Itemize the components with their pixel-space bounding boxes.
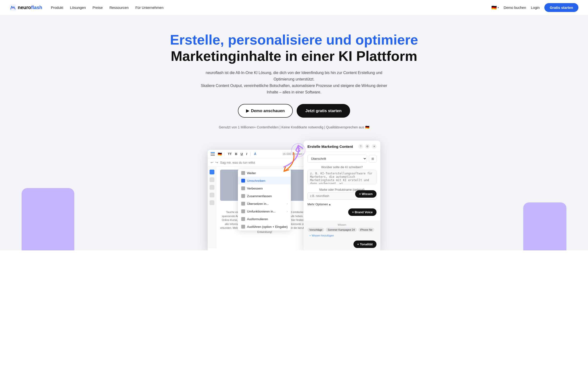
nav-right: Demo buchen Login Gratis starten bbox=[504, 3, 579, 12]
cta-button[interactable]: Gratis starten bbox=[544, 3, 579, 12]
hero-section: Erstelle, personalisiere und optimiere M… bbox=[0, 15, 588, 250]
verbessern-icon bbox=[241, 186, 245, 190]
char-counter: 16.000 Zeichen ▾ bbox=[283, 152, 304, 156]
uebersetzen-icon bbox=[241, 202, 245, 205]
textarea-row: Worüber sollte die KI schreiben? bbox=[307, 166, 377, 185]
right-panel: Erstelle Marketing Content ? ⚙ ✕ Übersch… bbox=[303, 141, 380, 250]
demo-button[interactable]: ▶ Demo anschauen bbox=[238, 104, 293, 118]
editor-panel: 🇩🇪 TT B U I Á 16.000 Zeichen ▾ + ↩ ↪ + bbox=[208, 150, 313, 250]
right-panel-title: Erstelle Marketing Content bbox=[307, 144, 353, 149]
prompt-input[interactable] bbox=[220, 161, 304, 164]
editor-flag-icon: 🇩🇪 bbox=[218, 152, 222, 156]
right-panel-header: Erstelle Marketing Content ? ⚙ ✕ bbox=[303, 141, 380, 152]
nav-preise[interactable]: Preise bbox=[93, 5, 103, 9]
close-icon[interactable]: ✕ bbox=[372, 144, 377, 149]
context-item-uebersetzen[interactable]: Übersetzen in... › bbox=[238, 200, 291, 207]
format-bold-btn[interactable]: B bbox=[234, 152, 238, 156]
select-row: Überschrift ⊞ bbox=[307, 155, 377, 163]
wissen-tag-iphone[interactable]: iPhone Ne bbox=[358, 228, 374, 232]
hero-description: neuroflash ist die All-In-One KI Lösung,… bbox=[196, 70, 392, 96]
undo-icon[interactable]: ↩ bbox=[211, 161, 213, 164]
context-item-weiter[interactable]: Weiter bbox=[238, 169, 291, 177]
format-heading-btn[interactable]: TT bbox=[227, 152, 233, 156]
chevron-right-icon: › bbox=[287, 202, 288, 205]
format-color-btn[interactable]: Á bbox=[253, 152, 257, 156]
hero-tagline: Genutzt von 1 Millionen+ Contenthelden |… bbox=[9, 125, 579, 129]
flag-icon: 🇩🇪 bbox=[491, 5, 497, 10]
start-button[interactable]: Jetzt gratis starten bbox=[297, 104, 350, 118]
wissen-tags: Vorschläge Sommer Kampagne 24 iPhone Ne … bbox=[307, 228, 377, 238]
context-item-umschreiben[interactable]: Umschreiben bbox=[238, 177, 291, 185]
context-item-verbessern[interactable]: Verbessern bbox=[238, 185, 291, 192]
toolbar-separator-2 bbox=[250, 152, 251, 156]
textarea-label: Worüber sollte die KI schreiben? bbox=[307, 166, 377, 169]
wissen-section: Wissen Vorschläge Sommer Kampagne 24 iPh… bbox=[303, 221, 380, 250]
right-panel-icons: ? ⚙ ✕ bbox=[358, 144, 377, 149]
sidebar-icon-2[interactable] bbox=[210, 177, 214, 182]
context-menu: Weiter Umschreiben Verbessern bbox=[238, 169, 291, 230]
hero-buttons: ▶ Demo anschauen Jetzt gratis starten bbox=[9, 104, 579, 118]
chevron-right-icon-2: › bbox=[287, 210, 288, 213]
nav-ressourcen[interactable]: Ressourcen bbox=[109, 5, 129, 9]
tonalitat-button[interactable]: + Tonalität bbox=[353, 241, 377, 248]
app-screenshots: 🇩🇪 TT B U I Á 16.000 Zeichen ▾ + ↩ ↪ + bbox=[186, 141, 402, 250]
nav-login-link[interactable]: Login bbox=[531, 5, 540, 9]
wissen-button[interactable]: + Wissen bbox=[355, 190, 377, 198]
navbar: neuroflash Produkt Lösungen Preise Resso… bbox=[0, 0, 588, 15]
topic-textarea[interactable] bbox=[307, 170, 377, 184]
play-icon: ▶ bbox=[246, 108, 249, 113]
logo[interactable]: neuroflash bbox=[9, 4, 42, 11]
content-type-select[interactable]: Überschrift bbox=[307, 155, 367, 163]
nav-demo-link[interactable]: Demo buchen bbox=[504, 5, 526, 9]
wissen-add-link[interactable]: + Wissen hinzufügen bbox=[307, 233, 336, 238]
ausfuehren-icon bbox=[241, 225, 245, 229]
format-italic-btn[interactable]: I bbox=[245, 152, 248, 156]
logo-text: neuroflash bbox=[18, 5, 42, 10]
context-item-ausformulieren[interactable]: Ausformulieren bbox=[238, 215, 291, 223]
context-item-ausfuehren[interactable]: Ausführen (option + Eingabe) bbox=[238, 223, 291, 230]
grid-view-btn[interactable]: ⊞ bbox=[369, 155, 377, 163]
weiter-icon bbox=[241, 171, 245, 175]
context-item-zusammenfassen[interactable]: Zusammenfassen bbox=[238, 192, 291, 200]
editor-prompt-bar: ↩ ↪ + bbox=[208, 158, 313, 167]
screenshot-area: G 🇩🇪 TT B U I Á 16.000 Zeiche bbox=[9, 141, 579, 250]
brand-voice-row: + Brand Voice bbox=[307, 208, 377, 216]
toolbar-separator bbox=[224, 152, 224, 156]
editor-body: Weiterbildung für effektives l Tauche ei… bbox=[208, 167, 313, 248]
umfunktionieren-icon bbox=[241, 209, 245, 213]
brand-voice-button[interactable]: + Brand Voice bbox=[348, 208, 377, 216]
settings-icon[interactable]: ⚙ bbox=[365, 144, 370, 149]
chevron-down-icon: ▾ bbox=[498, 6, 499, 9]
sidebar-icon-5[interactable] bbox=[210, 200, 214, 205]
hero-headline-black: Marketinginhalte in einer KI Plattform bbox=[9, 48, 579, 64]
hamburger-icon[interactable] bbox=[211, 152, 215, 156]
right-panel-body: Überschrift ⊞ Worüber sollte die KI schr… bbox=[303, 152, 380, 221]
nav-unternehmen[interactable]: Für Unternehmen bbox=[135, 5, 163, 9]
sidebar-icon-4[interactable] bbox=[210, 193, 214, 197]
nav-produkt[interactable]: Produkt bbox=[51, 5, 63, 9]
logo-icon bbox=[9, 4, 16, 11]
purple-blob-right bbox=[523, 202, 567, 250]
purple-blob-left bbox=[21, 188, 74, 250]
help-icon[interactable]: ? bbox=[358, 144, 363, 149]
sidebar-icon-1[interactable] bbox=[210, 170, 214, 174]
zusammenfassen-icon bbox=[241, 194, 245, 198]
sidebar-icon-3[interactable] bbox=[210, 185, 214, 190]
svg-point-1 bbox=[12, 8, 13, 9]
language-selector[interactable]: 🇩🇪 ▾ bbox=[491, 5, 499, 10]
wissen-tag-sommer[interactable]: Sommer Kampagne 24 bbox=[326, 228, 357, 232]
editor-content: Weiterbildung für effektives l Tauche ei… bbox=[216, 167, 313, 248]
nav-loesungen[interactable]: Lösungen bbox=[70, 5, 86, 9]
wissen-label: Wissen bbox=[307, 223, 377, 226]
wissen-tag-vorschlaege[interactable]: Vorschläge bbox=[307, 228, 324, 232]
hero-headline-blue: Erstelle, personalisiere und optimiere bbox=[9, 32, 579, 47]
mehr-optionen-toggle[interactable]: Mehr Optionen ▴ bbox=[307, 202, 377, 206]
editor-sidebar bbox=[208, 167, 216, 248]
ausformulieren-icon bbox=[241, 217, 245, 221]
context-item-umfunktionieren[interactable]: Umfunktionieren in... › bbox=[238, 207, 291, 215]
redo-icon[interactable]: ↪ bbox=[215, 161, 218, 164]
umschreiben-icon bbox=[241, 179, 245, 183]
editor-toolbar: 🇩🇪 TT B U I Á 16.000 Zeichen ▾ + bbox=[208, 150, 313, 158]
nav-links: Produkt Lösungen Preise Ressourcen Für U… bbox=[51, 5, 491, 9]
format-underline-btn[interactable]: U bbox=[240, 152, 244, 156]
